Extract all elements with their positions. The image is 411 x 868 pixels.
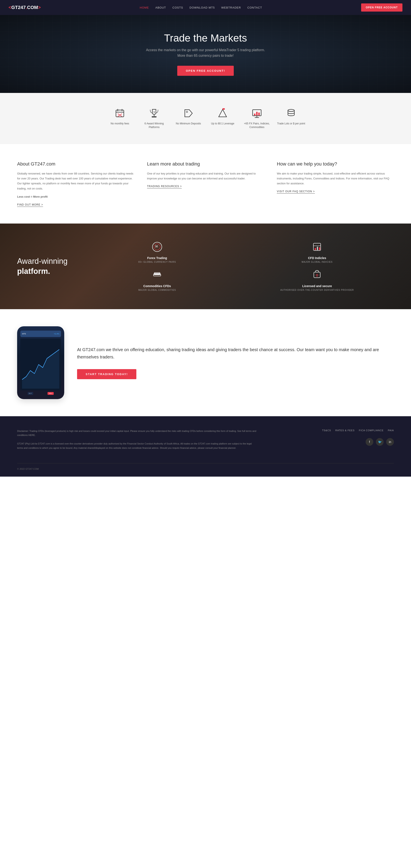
about-title: About GT247.com [17, 161, 134, 167]
award-card-forex: $€ Forex Trading 65+ GLOBAL CURRENCY PAI… [80, 242, 234, 263]
feature-label-3: Up to 80:1 Leverage [208, 122, 238, 125]
commodities-cfds-subtitle: MAJOR GLOBAL COMMODITIES [80, 289, 234, 291]
trading-resources-link[interactable]: TRADING RESOURCES > [147, 185, 182, 188]
licensed-secure-label: Licensed and secure [241, 284, 394, 288]
logo-bracket-right: > [38, 5, 41, 10]
hero-cta-button[interactable]: OPEN FREE ACCOUNT! [177, 66, 234, 76]
svg-point-31 [316, 274, 318, 276]
disclaimer-text-1: Disclaimer: Trading CFDs (leveraged prod… [17, 429, 257, 438]
navbar: <GT247.COM> HOME ABOUT COSTS DOWNLOAD MT… [0, 0, 411, 15]
svg-rect-24 [315, 248, 316, 250]
cfd-indices-label: CFD Indicles [241, 256, 394, 260]
footer-link-rates[interactable]: RATES & FEES [335, 429, 354, 432]
svg-marker-10 [219, 110, 227, 117]
hero-title: Trade the Markets [8, 32, 403, 44]
about-text: Globally renowned, we have clients from … [17, 171, 134, 191]
site-logo[interactable]: <GT247.COM> [8, 5, 41, 10]
svg-rect-17 [256, 112, 258, 115]
hero-subtitle1: Access the markets on the go with our po… [8, 48, 403, 52]
feature-no-monthly-fees: No monthly fees [103, 104, 137, 133]
trophy-icon: 1 [149, 108, 159, 119]
nav-webtrader[interactable]: WEBTRADER [221, 6, 241, 9]
features-section: No monthly fees 1 6 Award Winning Platfo… [0, 93, 411, 144]
disclaimer-text-2: GT247 (Pty) Ltd t/a GT247.com is a licen… [17, 442, 257, 450]
hero-subtitle2: More than 65 currency pairs to trade! [8, 54, 403, 58]
award-left: Award-winning platform. [17, 256, 67, 276]
award-section: Award-winning platform. $€ Forex Trading… [0, 223, 411, 309]
footer-link-fica[interactable]: FICA COMPLIANCE [359, 429, 383, 432]
svg-rect-12 [223, 108, 225, 110]
nav-download[interactable]: DOWNLOAD MT5 [189, 6, 215, 9]
twitter-icon[interactable]: 🐦 [376, 438, 384, 446]
commodities-icon [80, 270, 234, 282]
award-card-commodities: Commodities CFDs MAJOR GLOBAL COMMODITIE… [80, 270, 234, 291]
svg-rect-16 [254, 114, 256, 115]
feature-trade-lots: Trade Lots or $ per point [274, 104, 308, 133]
phone-mockup: MT5 +2.4% BUY SELL [17, 326, 64, 399]
about-col-1: About GT247.com Globally renowned, we ha… [17, 161, 134, 207]
footer-link-paia[interactable]: PAIA [388, 429, 394, 432]
linkedin-icon[interactable]: in [386, 438, 394, 446]
cfd-indices-subtitle: MAJOR GLOBAL INDICIES [241, 261, 394, 263]
cfd-indices-icon [241, 242, 394, 254]
feature-label-4: +65 FX Pairs, Indicies, Commodities [242, 122, 272, 129]
start-trading-button[interactable]: START TRADING TODAY! [77, 369, 136, 379]
mid-promo-paragraph: At GT247.com we thrive on offering educa… [77, 346, 394, 361]
feature-fx-pairs: +65 FX Pairs, Indicies, Commodities [240, 104, 274, 133]
calendar-cross-icon [115, 108, 125, 119]
faq-link[interactable]: VISIT OUR FAQ SECTION > [277, 190, 315, 193]
feature-leverage: Up to 80:1 Leverage [205, 104, 240, 133]
mid-promo-text: At GT247.com we thrive on offering educa… [77, 346, 394, 379]
svg-text:$€: $€ [155, 245, 158, 248]
footer-top: Disclaimer: Trading CFDs (leveraged prod… [17, 429, 394, 455]
award-title-line1: Award-winning [17, 257, 67, 266]
forex-trading-subtitle: 65+ GLOBAL CURRENCY PAIRS [80, 261, 234, 263]
forex-trading-icon: $€ [80, 242, 234, 254]
facebook-icon[interactable]: f [366, 438, 373, 446]
svg-point-9 [186, 111, 188, 113]
nav-costs[interactable]: COSTS [172, 6, 183, 9]
about-section: About GT247.com Globally renowned, we ha… [0, 144, 411, 223]
mid-promo-section: MT5 +2.4% BUY SELL At GT247.com we thriv… [0, 309, 411, 416]
nav-about[interactable]: ABOUT [155, 6, 166, 9]
svg-rect-18 [258, 113, 260, 115]
award-card-licensed: Licensed and secure AUTHORISED OVER-THE-… [241, 270, 394, 291]
less-cost-label: Less cost = More profit [17, 194, 134, 199]
licensed-secure-subtitle: AUTHORISED OVER-THE-COUNTER DERIVATIVES … [241, 289, 394, 291]
feature-label-5: Trade Lots or $ per point [276, 122, 306, 125]
help-text: We aim to make your trading simple, focu… [277, 171, 394, 186]
svg-rect-30 [314, 272, 320, 278]
mountain-flag-icon [217, 108, 228, 119]
svg-rect-26 [319, 247, 320, 250]
feature-label-2: No Minimum Deposits [173, 122, 203, 125]
footer-bottom: © 2022 GT247.COM [17, 463, 394, 470]
award-title-line2: platform. [17, 267, 50, 276]
open-account-button[interactable]: OPEN FREE ACCOUNT [361, 3, 403, 11]
footer: Disclaimer: Trading CFDs (leveraged prod… [0, 416, 411, 476]
learn-more-title: Learn more about trading [147, 161, 264, 167]
licensed-secure-icon [241, 270, 394, 282]
feature-award-winning: 1 6 Award Winning Platforms [137, 104, 171, 133]
coins-stack-icon [286, 108, 296, 119]
tag-icon [183, 108, 194, 119]
footer-links-col: TS&CS RATES & FEES FICA COMPLIANCE PAIA … [274, 429, 394, 455]
nav-contact[interactable]: CONTACT [248, 6, 262, 9]
feature-no-minimum: No Minimum Deposits [171, 104, 205, 133]
feature-label-0: No monthly fees [105, 122, 135, 125]
nav-links: HOME ABOUT COSTS DOWNLOAD MT5 WEBTRADER … [140, 6, 262, 9]
nav-home[interactable]: HOME [140, 6, 149, 9]
help-title: How can we help you today? [277, 161, 394, 167]
logo-bracket-left: < [8, 5, 11, 10]
award-card-cfd: CFD Indicles MAJOR GLOBAL INDICIES [241, 242, 394, 263]
find-out-more-link[interactable]: FIND OUT MORE > [17, 203, 43, 207]
copyright-text: © 2022 GT247.COM [17, 468, 394, 470]
svg-rect-25 [317, 247, 318, 250]
svg-rect-0 [116, 110, 124, 117]
svg-text:1: 1 [154, 111, 155, 113]
learn-more-text: One of our key priorities is your tradin… [147, 171, 264, 181]
footer-link-tscs[interactable]: TS&CS [322, 429, 331, 432]
about-col-2: Learn more about trading One of our key … [147, 161, 264, 207]
svg-point-19 [288, 110, 294, 112]
social-icons: f 🐦 in [274, 438, 394, 446]
about-col-3: How can we help you today? We aim to mak… [277, 161, 394, 207]
